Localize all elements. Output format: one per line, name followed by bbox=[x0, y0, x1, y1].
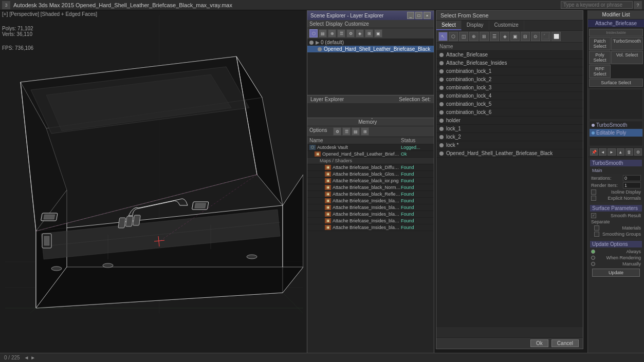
sfs-tab-select[interactable]: Select bbox=[436, 21, 462, 30]
materials-checkbox[interactable] bbox=[594, 225, 599, 231]
sfs-icon-2[interactable]: ⬡ bbox=[449, 32, 458, 41]
toolbar-customize[interactable]: Customize bbox=[345, 21, 369, 27]
mod-btn-patch-select[interactable]: Patch Select bbox=[589, 37, 611, 50]
manually-label: Manually bbox=[622, 261, 641, 266]
mod-nav-pin[interactable]: 📌 bbox=[590, 148, 598, 156]
mod-btn-poly-select[interactable]: Poly Select bbox=[589, 51, 611, 64]
mod-btn-surface[interactable]: Surface Select bbox=[589, 79, 643, 87]
asset-row[interactable]: ▣Attache Briefcase_black_ior.pngFound bbox=[307, 178, 434, 184]
asset-row[interactable]: ▣Attache Briefcase_black_Normal.pngFound bbox=[307, 184, 434, 191]
asset-row[interactable]: ▣Opened_Hard_Shell_Leather_Briefcase_Bla… bbox=[307, 151, 434, 158]
asset-icon-2[interactable]: ☰ bbox=[342, 127, 351, 136]
asset-options[interactable]: Options bbox=[309, 127, 327, 136]
sfs-item-bullet bbox=[439, 135, 444, 139]
scene-icon-7[interactable]: ⊞ bbox=[365, 29, 373, 37]
sfs-list-item[interactable]: Attache_Briefcase bbox=[436, 51, 583, 59]
mod-nav-left[interactable]: ◄ bbox=[599, 148, 606, 156]
mod-stack-turbos[interactable]: TurboSmooth bbox=[590, 121, 642, 129]
sfs-list-item[interactable]: combination_lock_1 bbox=[436, 67, 583, 75]
sfs-icon-7[interactable]: ◈ bbox=[500, 32, 509, 41]
scene-icon-4[interactable]: ☰ bbox=[337, 29, 345, 37]
scene-icon-1[interactable]: ⬡ bbox=[309, 29, 318, 37]
asset-row[interactable]: ▣Attache Briefcase_Insides_black_Diffuse… bbox=[307, 198, 434, 204]
scene-icon-6[interactable]: ◈ bbox=[356, 29, 364, 37]
sfs-list-item[interactable]: combination_lock_6 bbox=[436, 108, 583, 117]
sfs-icon-select[interactable]: ↖ bbox=[438, 32, 448, 41]
asset-icon-4[interactable]: ⊞ bbox=[361, 127, 369, 136]
asset-icon-1[interactable]: ⚙ bbox=[333, 127, 341, 136]
scene-explorer-maximize[interactable]: □ bbox=[415, 12, 422, 19]
svg-rect-23 bbox=[195, 203, 206, 208]
update-button[interactable]: Update bbox=[592, 269, 640, 277]
smooth-result-checkbox[interactable]: ✓ bbox=[591, 213, 596, 218]
scene-item-0[interactable]: ▶ 0 (default) bbox=[307, 39, 434, 46]
toolbar-display[interactable]: Display bbox=[326, 21, 343, 27]
manually-radio[interactable] bbox=[591, 262, 595, 266]
mod-stack-editable-poly[interactable]: Editable Poly bbox=[590, 129, 642, 137]
sfs-list-item[interactable]: lock_1 bbox=[436, 125, 583, 133]
sfs-icon-9[interactable]: ⊟ bbox=[521, 32, 530, 41]
asset-row[interactable]: Maps / Shaders bbox=[307, 158, 434, 164]
top-search-input[interactable] bbox=[561, 1, 633, 9]
mod-btn-rpf[interactable]: RPF Select bbox=[589, 65, 611, 78]
scene-icon-2[interactable]: ▤ bbox=[319, 29, 327, 37]
sfs-icon-6[interactable]: ☰ bbox=[490, 32, 499, 41]
sfs-list-item[interactable]: lock_2 bbox=[436, 133, 583, 141]
asset-row[interactable]: ▣Attache Briefcase_Insides_black_ior.png… bbox=[307, 211, 434, 218]
asset-row[interactable]: ▣Attache Briefcase_black_Reflection.pngF… bbox=[307, 191, 434, 198]
sfs-tab-display[interactable]: Display bbox=[462, 21, 489, 30]
viewport[interactable]: [+] [Perspective] [Shaded + Edged Faces]… bbox=[0, 10, 307, 362]
asset-row[interactable]: ⬡Autodesk VaultLogged... bbox=[307, 144, 434, 151]
asset-row[interactable]: ▣Attache Briefcase_black_Glossiness.pngF… bbox=[307, 171, 434, 178]
sfs-list-item[interactable]: combination_lock_4 bbox=[436, 92, 583, 100]
sfs-cancel-btn[interactable]: Cancel bbox=[551, 339, 579, 347]
sfs-icon-12[interactable]: ⬜ bbox=[551, 32, 561, 41]
mod-btn-vol-select[interactable]: Vol. Select bbox=[611, 51, 643, 64]
sfs-ok-btn[interactable]: Ok bbox=[530, 339, 548, 347]
asset-row[interactable]: ▣Attache Briefcase_Insides_black_Normal.… bbox=[307, 218, 434, 224]
scene-explorer-close[interactable]: × bbox=[424, 12, 431, 19]
edpoly-label: Editable Poly bbox=[596, 130, 626, 136]
scene-icon-8[interactable]: ▣ bbox=[374, 29, 382, 37]
sfs-icon-8[interactable]: ▣ bbox=[510, 32, 520, 41]
mod-btn-turbos[interactable]: TurboSmooth bbox=[611, 37, 643, 50]
render-iters-input[interactable] bbox=[623, 182, 641, 188]
mod-nav-options[interactable]: ⚙ bbox=[634, 148, 642, 156]
mod-nav-delete[interactable]: 🗑 bbox=[625, 148, 633, 156]
manually-row: Manually bbox=[590, 261, 642, 267]
sfs-icon-10[interactable]: ⊙ bbox=[531, 32, 540, 41]
sfs-tab-customize[interactable]: Customize bbox=[489, 21, 524, 30]
sfs-list-item[interactable]: combination_lock_2 bbox=[436, 75, 583, 84]
mod-nav-up[interactable]: ▲ bbox=[617, 148, 624, 156]
sfs-icon-11[interactable]: ⬛ bbox=[541, 32, 550, 41]
sfs-list-item[interactable]: combination_lock_3 bbox=[436, 84, 583, 92]
scene-item-1[interactable]: Opened_Hard_Shell_Leather_Briefcase_Blac… bbox=[307, 46, 434, 52]
scene-explorer-minimize[interactable]: _ bbox=[407, 12, 414, 19]
asset-row[interactable]: ▣Attache Briefcase_Insides_black_Glossin… bbox=[307, 204, 434, 211]
sfs-list-item[interactable]: combination_lock_5 bbox=[436, 100, 583, 108]
toolbar-select[interactable]: Select bbox=[309, 21, 324, 27]
sfs-list-item[interactable]: lock * bbox=[436, 141, 583, 149]
layer-explorer-panel: Layer Explorer Selection Set: bbox=[307, 95, 434, 118]
mod-nav-right[interactable]: ► bbox=[608, 148, 615, 156]
sfs-list-item[interactable]: Attache_Briefcase_Insides bbox=[436, 59, 583, 67]
scene-icon-3[interactable]: ⊕ bbox=[328, 29, 336, 37]
asset-row[interactable]: ▣Attache Briefcase_Insides_black_Reflect… bbox=[307, 224, 434, 231]
help-icon[interactable]: ? bbox=[634, 1, 642, 9]
iterations-input[interactable] bbox=[623, 175, 641, 181]
when-rendering-row: When Rendering bbox=[590, 255, 642, 261]
always-radio[interactable] bbox=[591, 250, 595, 254]
sfs-icon-5[interactable]: ⊞ bbox=[480, 32, 489, 41]
sfs-list-item[interactable]: holder bbox=[436, 117, 583, 125]
explicit-normals-checkbox[interactable] bbox=[591, 196, 596, 201]
scene-icon-5[interactable]: ⚙ bbox=[346, 29, 355, 37]
smoothing-groups-checkbox[interactable] bbox=[594, 232, 599, 237]
asset-row[interactable]: ▣Attache Briefcase_black_Diffuse.pngFoun… bbox=[307, 164, 434, 171]
sfs-list-item[interactable]: Opened_Hard_Shell_Leather_Briefcase_Blac… bbox=[436, 149, 583, 158]
asset-icon-3[interactable]: ▤ bbox=[352, 127, 360, 136]
sfs-list: Attache_BriefcaseAttache_Briefcase_Insid… bbox=[436, 51, 583, 327]
isoline-checkbox[interactable] bbox=[591, 189, 596, 195]
when-rendering-radio[interactable] bbox=[591, 256, 595, 260]
sfs-icon-3[interactable]: ◫ bbox=[459, 32, 468, 41]
sfs-icon-4[interactable]: ⊕ bbox=[469, 32, 479, 41]
